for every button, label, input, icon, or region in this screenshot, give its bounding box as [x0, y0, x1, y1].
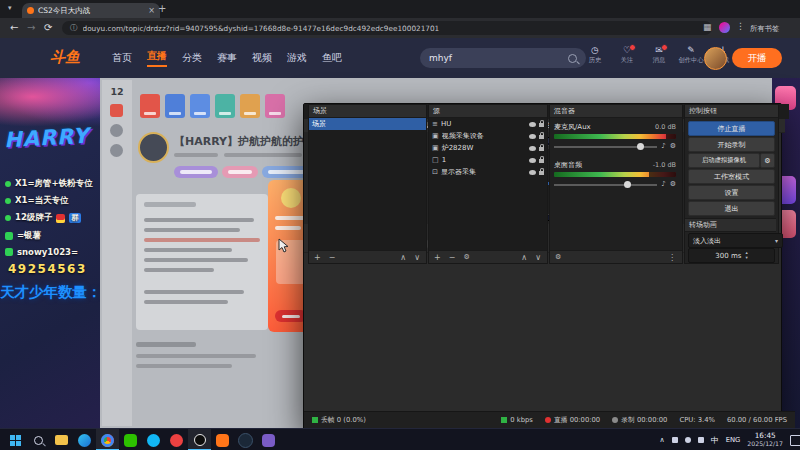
taskbar-folder-button[interactable] — [50, 429, 73, 450]
source-item[interactable]: ▣ 视频采集设备 — [429, 130, 547, 142]
nav-games[interactable]: 游戏 — [287, 51, 307, 65]
lock-icon[interactable] — [539, 147, 544, 151]
taskbar-wechat-button[interactable] — [119, 429, 142, 450]
slider-knob[interactable] — [624, 181, 631, 188]
spinner-down-icon[interactable]: ▾ — [745, 256, 747, 261]
back-icon[interactable]: ← — [10, 23, 18, 33]
rail-icon[interactable] — [110, 124, 123, 137]
browser-tab[interactable]: CS2今日大内战 × — [22, 3, 160, 18]
studio-mode-button[interactable]: 工作室模式 — [688, 169, 775, 184]
taskbar-game-button[interactable] — [257, 429, 280, 450]
speaker-icon[interactable]: ♪ — [661, 143, 665, 150]
event-pill[interactable] — [222, 166, 258, 178]
event-badge-icon[interactable] — [215, 94, 235, 118]
streamer-avatar[interactable] — [138, 132, 169, 163]
ime-language[interactable]: 中 — [711, 435, 719, 446]
shield-badge-icon[interactable] — [165, 94, 185, 118]
taskbar-search-button[interactable] — [27, 429, 50, 450]
lock-icon[interactable] — [539, 135, 544, 139]
security-icon[interactable] — [672, 437, 678, 443]
source-properties-button[interactable]: ⚙ — [463, 253, 469, 261]
keyboard-language[interactable]: ENG — [726, 436, 741, 444]
slider-knob[interactable] — [637, 143, 644, 150]
url-bar[interactable]: ⓘ douyu.com/topic/drdzz?rid=9407595&dysh… — [62, 21, 712, 35]
transition-dropdown[interactable]: 淡入淡出 ▾ — [688, 233, 783, 248]
scene-up-button[interactable]: ∧ — [400, 253, 406, 262]
tab-close-icon[interactable]: × — [148, 7, 155, 15]
taskbar-qq-button[interactable] — [142, 429, 165, 450]
taskbar-edge-button[interactable] — [73, 429, 96, 450]
add-source-button[interactable]: + — [434, 253, 441, 262]
lock-icon[interactable] — [539, 123, 544, 127]
douyu-logo[interactable]: 斗鱼 — [50, 48, 80, 67]
red-envelope-icon[interactable] — [140, 94, 160, 118]
search-icon[interactable] — [568, 54, 577, 63]
source-item[interactable]: ▣ 炉2828W — [429, 142, 547, 154]
nav-home[interactable]: 首页 — [112, 51, 132, 65]
volume-icon[interactable] — [685, 437, 691, 443]
mixer-settings-button[interactable]: ⚙ — [555, 253, 561, 261]
volume-slider[interactable] — [554, 184, 657, 186]
browser-menu-icon[interactable]: ⋮ — [736, 22, 745, 31]
nav-esports[interactable]: 赛事 — [217, 51, 237, 65]
virtual-camera-settings-button[interactable]: ⚙ — [760, 153, 775, 168]
extensions-icon[interactable]: ▦ — [703, 23, 712, 32]
tray-expand-icon[interactable]: ∧ — [660, 437, 665, 444]
visibility-icon[interactable] — [529, 170, 536, 175]
history-button[interactable]: ◷ 历史 — [582, 45, 608, 65]
taskbar-obs-button[interactable] — [188, 429, 211, 450]
notification-center-icon[interactable] — [790, 435, 800, 446]
source-item[interactable]: ⊡ 显示器采集 — [429, 166, 547, 178]
start-virtual-camera-button[interactable]: 启动虚拟摄像机 — [688, 153, 760, 168]
speaker-icon[interactable]: ♪ — [661, 181, 665, 188]
source-down-button[interactable]: ∨ — [535, 253, 541, 262]
browser-avatar[interactable] — [719, 22, 730, 33]
visibility-icon[interactable] — [529, 146, 536, 151]
taskbar-douyu-button[interactable] — [211, 429, 234, 450]
search-input[interactable]: mhyf — [420, 48, 586, 68]
visibility-icon[interactable] — [529, 134, 536, 139]
network-icon[interactable] — [698, 437, 704, 443]
messages-button[interactable]: ✉ 消息 — [646, 45, 672, 65]
add-scene-button[interactable]: + — [314, 253, 321, 262]
remove-scene-button[interactable]: − — [329, 253, 336, 262]
rail-icon[interactable] — [110, 104, 123, 117]
user-avatar[interactable] — [704, 47, 727, 70]
nav-categories[interactable]: 分类 — [182, 51, 202, 65]
volume-slider[interactable] — [554, 146, 657, 148]
event-badge-icon[interactable] — [240, 94, 260, 118]
visibility-icon[interactable] — [529, 122, 536, 127]
mixer-menu-button[interactable]: ⋮ — [668, 253, 676, 262]
lock-icon[interactable] — [539, 171, 544, 175]
exit-button[interactable]: 退出 — [688, 201, 775, 216]
taskbar-chrome-button[interactable] — [96, 429, 119, 450]
event-badge-icon[interactable] — [265, 94, 285, 118]
source-up-button[interactable]: ∧ — [521, 253, 527, 262]
stop-streaming-button[interactable]: 停止直播 — [688, 121, 775, 136]
taskbar-steam-button[interactable] — [234, 429, 257, 450]
nav-live[interactable]: 直播 — [147, 49, 167, 67]
transition-duration-spinner[interactable]: 300 ms ▴ ▾ — [688, 248, 775, 263]
shield-badge-icon[interactable] — [190, 94, 210, 118]
creator-center-button[interactable]: ✎ 创作中心 — [678, 45, 704, 65]
start-broadcast-button[interactable]: 开播 — [732, 48, 782, 68]
obs-settings-button[interactable]: 设置 — [688, 185, 775, 200]
new-tab-button[interactable]: + — [158, 4, 166, 14]
tab-list-icon[interactable]: ▾ — [8, 5, 12, 12]
channel-settings-icon[interactable]: ⚙ — [670, 143, 676, 150]
start-button[interactable] — [4, 429, 27, 450]
source-item[interactable]: ≡ HU — [429, 118, 547, 130]
forward-icon[interactable]: → — [27, 23, 35, 33]
nav-yuba[interactable]: 鱼吧 — [322, 51, 342, 65]
nav-videos[interactable]: 视频 — [252, 51, 272, 65]
fan-badge-pill[interactable] — [174, 166, 218, 178]
reload-icon[interactable]: ⟳ — [44, 23, 52, 33]
page-info-icon[interactable]: ⓘ — [70, 24, 78, 32]
obs-window[interactable]: OBS 31.0.3 - 配置文件: 未命名 - 场景: 未命名 ─ □ × 文… — [303, 103, 782, 430]
source-item[interactable]: □ 1 — [429, 154, 547, 166]
visibility-icon[interactable] — [529, 158, 536, 163]
channel-settings-icon[interactable]: ⚙ — [670, 181, 676, 188]
bookmarks-label[interactable]: 所有书签 — [750, 24, 779, 34]
lock-icon[interactable] — [539, 159, 544, 163]
rail-icon[interactable] — [110, 144, 123, 157]
